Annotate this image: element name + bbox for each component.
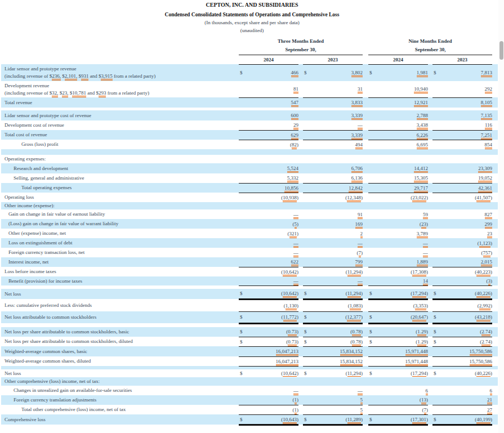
dollar-cell <box>239 193 247 202</box>
dollar-cell <box>303 346 311 356</box>
value-cell: 5,332 <box>247 173 298 183</box>
value-cell: (7) <box>376 405 428 414</box>
dollar-cell <box>303 110 311 120</box>
column-gap <box>492 120 498 130</box>
table-row: Net loss per share attributable to commo… <box>1 337 498 346</box>
dollar-cell <box>239 130 247 140</box>
dollar-cell <box>303 219 311 229</box>
dollar-cell <box>432 173 440 183</box>
xbrl-tagged-value: 13 <box>421 397 426 404</box>
value-cell: (10,642) <box>247 369 298 377</box>
column-gap <box>363 202 368 209</box>
xbrl-tagged-value: 17,308 <box>412 269 426 276</box>
dollar-cell <box>368 405 376 414</box>
column-gap <box>428 219 432 229</box>
table-row: Other income (expense): <box>1 202 498 209</box>
value-cell: (17,294) <box>376 289 428 299</box>
row-label: Gross (loss) profit <box>1 140 239 149</box>
xbrl-tagged-value: 236, <box>52 73 61 81</box>
dollar-cell <box>432 267 440 276</box>
dollar-cell <box>239 110 247 120</box>
year-col-2: 2023 <box>303 55 363 64</box>
column-gap <box>363 386 368 395</box>
xbrl-tagged-value: 14 <box>423 278 428 285</box>
dollar-cell <box>303 405 311 414</box>
value-cell <box>376 323 428 327</box>
table-row: Other comprehensive (loss) income, net o… <box>1 377 498 386</box>
column-gap <box>298 238 303 248</box>
table-row: Loss on extinguishment of debt———(1,123) <box>1 238 498 248</box>
year-col-1: 2024 <box>239 55 298 64</box>
row-label: Benefit (provision) for income taxes <box>1 276 239 285</box>
dollar-cell <box>432 209 440 219</box>
dollar-cell: $ <box>239 311 247 323</box>
column-gap <box>428 377 432 386</box>
row-label: Total revenue <box>1 97 239 108</box>
column-gap <box>363 377 368 386</box>
row-label: Foreign currency transaction loss, net <box>1 248 239 257</box>
value-cell <box>376 377 428 386</box>
row-label: Other comprehensive (loss) income, net o… <box>1 377 239 386</box>
value-cell <box>311 155 363 163</box>
value-cell: 494 <box>311 140 363 149</box>
dollar-cell <box>432 120 440 130</box>
dollar-cell <box>432 149 440 155</box>
row-label: Gain on change in fair value of earnout … <box>1 209 239 219</box>
column-gap <box>428 346 432 356</box>
xbrl-tagged-value: 2 <box>360 231 363 238</box>
value-cell: (11,772) <box>247 311 298 323</box>
dollar-cell <box>303 248 311 257</box>
value-cell <box>311 377 363 386</box>
xbrl-tagged-value: — <box>293 250 298 257</box>
table-row: Gain on change in fair value of earnout … <box>1 209 498 219</box>
xbrl-tagged-value: 16,047,213 <box>276 349 299 356</box>
xbrl-tagged-value: 629 <box>291 132 299 140</box>
dollar-cell <box>368 356 376 366</box>
value-cell: 14,412 <box>376 163 428 173</box>
value-cell: (11,289) <box>311 414 363 425</box>
column-gap <box>428 248 432 257</box>
value-cell: 6,226 <box>376 130 428 140</box>
value-cell: 23,309 <box>440 163 492 173</box>
dollar-cell <box>303 209 311 219</box>
value-cell: (10,642) <box>247 267 298 276</box>
column-gap <box>298 193 303 202</box>
xbrl-tagged-value: 29,717 <box>414 185 428 193</box>
value-cell: 12,842 <box>311 183 363 193</box>
column-gap <box>428 193 432 202</box>
dollar-cell <box>303 395 311 405</box>
value-cell: 292 <box>440 81 492 97</box>
dollar-cell: $ <box>303 337 311 346</box>
column-gap <box>492 299 498 311</box>
dollar-cell: $ <box>303 327 311 337</box>
table-row: Selling, general and administrative5,332… <box>1 173 498 183</box>
value-cell: — <box>247 248 298 257</box>
scrollbar-track[interactable] <box>498 0 504 433</box>
xbrl-tagged-value: 116 <box>485 122 492 130</box>
column-gap <box>428 149 432 155</box>
xbrl-tagged-value: 16,047,213 <box>276 359 299 366</box>
value-cell: (1.29) <box>376 337 428 346</box>
column-gap <box>492 405 498 414</box>
financial-statement-table: Three Months Ended Nine Months Ended Sep… <box>1 37 498 426</box>
column-gap <box>428 155 432 163</box>
column-gap <box>492 209 498 219</box>
column-gap <box>363 276 368 285</box>
xbrl-tagged-value: 3,353 <box>415 303 426 310</box>
column-gap <box>363 323 368 327</box>
xbrl-tagged-value: 2.74 <box>481 339 490 346</box>
value-cell: 16,047,213 <box>247 356 298 366</box>
column-gap <box>363 229 368 238</box>
value-cell: 3,438 <box>376 120 428 130</box>
value-cell: (2,992) <box>440 299 492 311</box>
value-cell: (7) <box>311 248 363 257</box>
value-cell: 6,136 <box>311 173 363 183</box>
scrollbar-thumb[interactable] <box>499 41 503 60</box>
dollar-cell <box>368 386 376 395</box>
xbrl-tagged-value: 32, <box>52 90 58 97</box>
dollar-cell <box>432 130 440 140</box>
table-row: Foreign currency transaction loss, net—(… <box>1 248 498 257</box>
xbrl-tagged-value: 2,788 <box>417 113 428 120</box>
xbrl-tagged-value: 3,789 <box>417 231 428 238</box>
dollar-cell <box>239 209 247 219</box>
